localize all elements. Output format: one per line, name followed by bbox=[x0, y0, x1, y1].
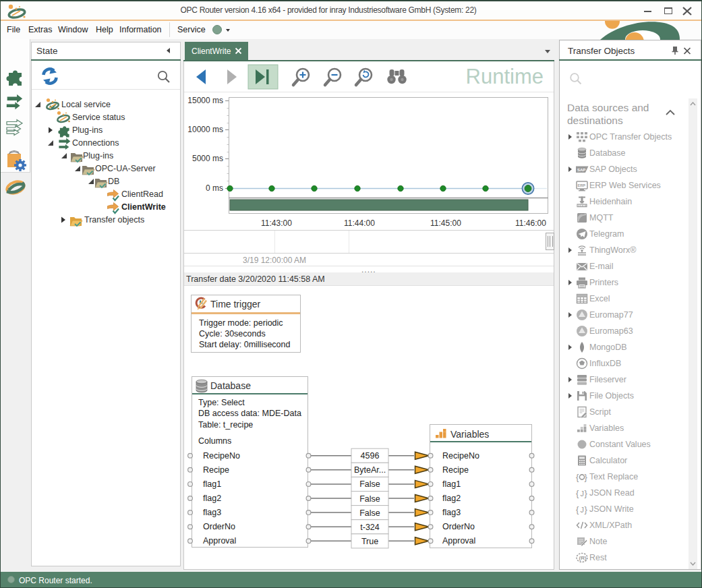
svg-text:t-324: t-324 bbox=[360, 523, 380, 532]
svg-text:ByteAr...: ByteAr... bbox=[354, 465, 386, 475]
svg-text:True: True bbox=[361, 537, 378, 546]
svg-text:False: False bbox=[359, 494, 380, 504]
svg-text:False: False bbox=[359, 508, 380, 518]
svg-text:4596: 4596 bbox=[361, 451, 380, 461]
svg-text:False: False bbox=[359, 479, 380, 489]
